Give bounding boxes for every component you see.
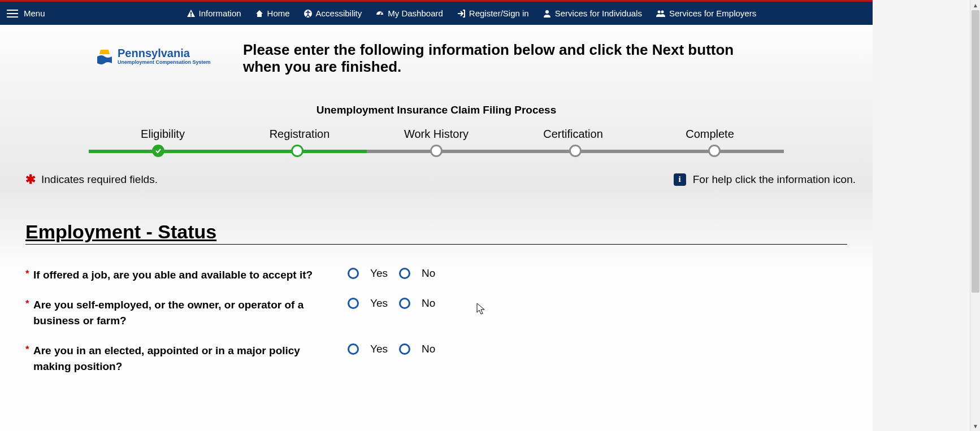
nav-label: Home — [267, 8, 290, 18]
home-icon — [255, 9, 264, 18]
menu-label: Menu — [24, 8, 45, 18]
nav-label: Accessibility — [316, 8, 362, 18]
scroll-up-icon[interactable]: ▲ — [970, 0, 980, 10]
step-label: Complete — [641, 128, 778, 141]
nav-dashboard[interactable]: My Dashboard — [375, 8, 443, 18]
step-label: Certification — [505, 128, 641, 141]
svg-point-7 — [661, 10, 664, 13]
nav-label: My Dashboard — [388, 8, 443, 18]
option-label-no: No — [422, 297, 435, 310]
radio-no[interactable] — [399, 343, 410, 355]
radio-yes[interactable] — [348, 343, 359, 355]
required-text: Indicates required fields. — [41, 173, 158, 186]
svg-point-6 — [657, 10, 660, 13]
radio-yes[interactable] — [348, 298, 359, 309]
progress-tracker: Eligibility Registration Work History Ce… — [89, 128, 784, 156]
required-star-icon: * — [25, 343, 29, 357]
section-title: Employment - Status — [25, 221, 847, 245]
signin-icon — [457, 9, 466, 18]
hamburger-icon — [7, 10, 18, 18]
radio-no[interactable] — [399, 298, 410, 309]
option-label-no: No — [422, 267, 435, 280]
people-icon — [656, 9, 666, 18]
svg-point-5 — [545, 10, 549, 14]
nav-home[interactable]: Home — [255, 8, 290, 18]
nav-employers[interactable]: Services for Employers — [656, 8, 756, 18]
logo-subtitle: Unemployment Compensation System — [118, 60, 211, 65]
accessibility-icon — [303, 9, 313, 18]
required-star-icon: ✱ — [25, 172, 36, 187]
help-hint: i For help click the information icon. — [674, 173, 856, 186]
svg-point-3 — [307, 10, 309, 12]
required-star-icon: * — [25, 297, 29, 311]
nav-individuals[interactable]: Services for Individuals — [543, 8, 642, 18]
progress-title: Unemployment Insurance Claim Filing Proc… — [0, 104, 873, 116]
nav-label: Register/Sign in — [469, 8, 529, 18]
menu-button[interactable]: Menu — [7, 8, 45, 18]
step-node-registration — [291, 145, 303, 157]
radio-yes[interactable] — [348, 268, 359, 279]
warning-icon — [187, 9, 196, 18]
required-hint: ✱ Indicates required fields. — [25, 172, 158, 187]
logo-title: Pennsylvania — [118, 47, 211, 59]
option-label-yes: Yes — [370, 297, 388, 310]
nav-accessibility[interactable]: Accessibility — [303, 8, 362, 18]
info-icon[interactable]: i — [674, 173, 686, 186]
nav-label: Services for Employers — [669, 8, 756, 18]
nav-label: Services for Individuals — [555, 8, 642, 18]
radio-no[interactable] — [399, 268, 410, 279]
option-label-yes: Yes — [370, 343, 388, 355]
step-label: Registration — [231, 128, 368, 141]
nav-label: Information — [199, 8, 241, 18]
logo-block: Pennsylvania Unemployment Compensation S… — [96, 47, 220, 65]
question-list: * If offered a job, are you able and ava… — [25, 267, 847, 375]
step-label: Work History — [368, 128, 505, 141]
person-icon — [543, 9, 552, 18]
step-node-eligibility — [152, 145, 164, 157]
step-node-work-history — [430, 145, 443, 157]
nav-links: Information Home Accessibility My Dashbo… — [187, 8, 757, 18]
progress-fill — [89, 150, 367, 153]
top-nav-bar: Menu Information Home Accessibility — [0, 0, 873, 25]
help-text: For help click the information icon. — [693, 173, 856, 186]
svg-rect-0 — [190, 12, 192, 15]
option-label-no: No — [422, 343, 435, 355]
dashboard-icon — [375, 9, 384, 18]
svg-rect-1 — [190, 15, 192, 16]
question-row: * Are you in an elected, appointed or in… — [25, 343, 847, 374]
question-row: * Are you self-employed, or the owner, o… — [25, 297, 847, 328]
nav-information[interactable]: Information — [187, 8, 241, 18]
nav-signin[interactable]: Register/Sign in — [457, 8, 529, 18]
question-text: If offered a job, are you able and avail… — [33, 269, 313, 281]
step-label: Eligibility — [94, 128, 231, 141]
step-node-complete — [708, 145, 721, 157]
page-content: Pennsylvania Unemployment Compensation S… — [0, 25, 873, 431]
scroll-down-icon[interactable]: ▼ — [970, 421, 980, 431]
required-star-icon: * — [25, 267, 29, 281]
question-row: * If offered a job, are you able and ava… — [25, 267, 847, 283]
scroll-thumb[interactable] — [972, 10, 979, 293]
page-instruction: Please enter the following information b… — [243, 42, 752, 76]
question-text: Are you self-employed, or the owner, or … — [33, 299, 303, 326]
step-node-certification — [569, 145, 582, 157]
option-label-yes: Yes — [370, 267, 388, 280]
keystone-icon — [96, 49, 113, 64]
question-text: Are you in an elected, appointed or in a… — [33, 345, 300, 372]
vertical-scrollbar[interactable]: ▲ ▼ — [970, 0, 980, 431]
